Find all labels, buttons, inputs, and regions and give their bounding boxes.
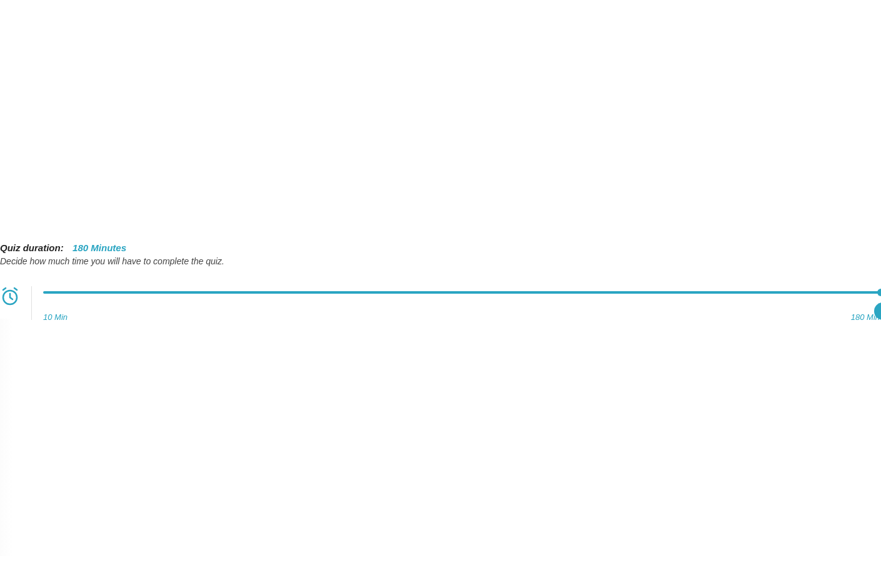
duration-slider-container: 10 Min 180 Min: [43, 286, 881, 322]
slider-labels: 10 Min 180 Min: [43, 312, 881, 322]
clock-icon-wrapper: [0, 286, 20, 309]
slider-row: 10 Min 180 Min: [0, 286, 881, 322]
quiz-duration-section: Quiz duration: 180 Minutes Decide how mu…: [0, 242, 881, 322]
duration-value: 180 Minutes: [73, 242, 126, 253]
duration-subtitle: Decide how much time you will have to co…: [0, 256, 881, 266]
duration-slider[interactable]: [43, 291, 881, 294]
alarm-clock-icon: [0, 286, 20, 306]
slider-thumb[interactable]: [877, 289, 881, 296]
decorative-gradient: [0, 319, 13, 556]
slider-min-label: 10 Min: [43, 312, 68, 322]
vertical-divider: [31, 286, 32, 320]
duration-label: Quiz duration:: [0, 242, 64, 253]
title-row: Quiz duration: 180 Minutes: [0, 242, 881, 254]
